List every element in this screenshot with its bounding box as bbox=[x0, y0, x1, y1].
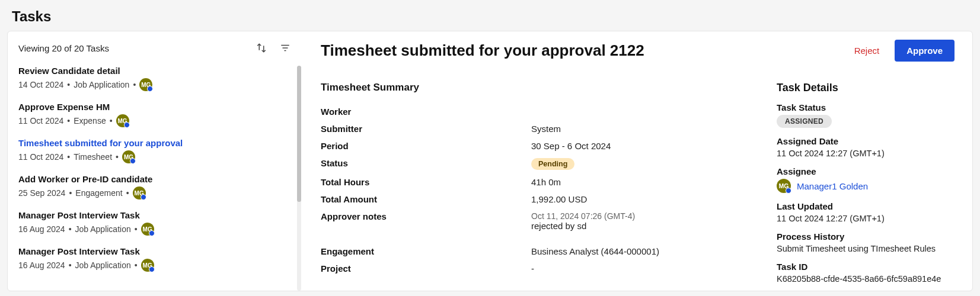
approver-notes-text: rejected by sd bbox=[531, 221, 635, 231]
tasks-card: Viewing 20 of 20 Tasks Review Candidate … bbox=[7, 31, 973, 291]
last-updated-value: 11 Oct 2024 12:27 (GMT+1) bbox=[777, 214, 955, 223]
task-item[interactable]: Timesheet submitted for your approval11 … bbox=[18, 133, 292, 169]
page-title: Tasks bbox=[0, 0, 980, 31]
separator-dot: • bbox=[69, 260, 72, 270]
task-details-heading: Task Details bbox=[777, 82, 955, 94]
separator-dot: • bbox=[69, 224, 72, 234]
task-list-header: Viewing 20 of 20 Tasks bbox=[18, 42, 298, 54]
task-list-icons bbox=[256, 42, 291, 54]
assigned-date-label: Assigned Date bbox=[777, 136, 955, 146]
submitter-value: System bbox=[531, 124, 561, 134]
scrollbar[interactable] bbox=[297, 66, 301, 291]
task-item-title: Approve Expense HM bbox=[18, 102, 292, 112]
reject-button[interactable]: Reject bbox=[848, 41, 886, 60]
task-item-title: Manager Post Interview Task bbox=[18, 246, 292, 256]
task-item-avatar: MG bbox=[141, 259, 154, 272]
task-details-sidebar: Task Details Task Status ASSIGNED Assign… bbox=[777, 82, 955, 291]
separator-dot: • bbox=[67, 116, 70, 126]
separator-dot: • bbox=[67, 80, 70, 89]
task-item-title: Timesheet submitted for your approval bbox=[18, 138, 292, 148]
row-engagement: Engagement Business Analyst (4644-000001… bbox=[321, 246, 753, 256]
task-item[interactable]: Review Candidate detail14 Oct 2024•Job A… bbox=[18, 61, 292, 97]
separator-dot: • bbox=[135, 224, 138, 234]
task-item-title: Manager Post Interview Task bbox=[18, 210, 292, 220]
assignee-avatar: MG bbox=[777, 179, 791, 193]
task-item-avatar: MG bbox=[116, 114, 129, 127]
filter-icon[interactable] bbox=[279, 42, 291, 54]
separator-dot: • bbox=[133, 80, 136, 89]
row-worker: Worker bbox=[321, 107, 753, 117]
project-label: Project bbox=[321, 263, 531, 274]
assigned-date-value: 11 Oct 2024 12:27 (GMT+1) bbox=[777, 149, 955, 158]
engagement-link[interactable]: Business Analyst (4644-000001) bbox=[531, 246, 659, 256]
detail-process-history: Process History Submit Timesheet using T… bbox=[777, 231, 955, 253]
task-item-date: 25 Sep 2024 bbox=[18, 188, 65, 198]
worker-label: Worker bbox=[321, 107, 531, 117]
task-item-category: Job Application bbox=[75, 224, 131, 234]
submitter-label: Submitter bbox=[321, 124, 531, 134]
process-history-label: Process History bbox=[777, 231, 955, 242]
detail-task-id: Task ID K68205b88-cfde-4535-8a66-6fc59a8… bbox=[777, 262, 955, 284]
task-item-meta: 16 Aug 2024•Job Application•MG bbox=[18, 259, 292, 272]
detail-assignee: Assignee MG Manager1 Golden bbox=[777, 166, 955, 193]
approver-notes-value: Oct 11, 2024 07:26 (GMT-4) rejected by s… bbox=[531, 211, 635, 231]
task-detail-header: Timesheet submitted for your approval 21… bbox=[321, 40, 955, 62]
period-value: 30 Sep - 6 Oct 2024 bbox=[531, 141, 611, 151]
sort-icon[interactable] bbox=[256, 42, 267, 54]
total-hours-label: Total Hours bbox=[321, 177, 531, 187]
assignee-row: MG Manager1 Golden bbox=[777, 179, 955, 193]
task-id-value: K68205b88-cfde-4535-8a66-6fc59a891e4e bbox=[777, 274, 955, 284]
task-item-date: 11 Oct 2024 bbox=[18, 152, 63, 162]
task-item[interactable]: Manager Post Interview Task16 Aug 2024•J… bbox=[18, 242, 292, 278]
task-item[interactable]: Approve Expense HM11 Oct 2024•Expense•MG bbox=[18, 97, 292, 133]
task-item-date: 11 Oct 2024 bbox=[18, 116, 63, 126]
task-item-meta: 11 Oct 2024•Expense•MG bbox=[18, 114, 292, 127]
task-detail-title: Timesheet submitted for your approval 21… bbox=[321, 41, 644, 60]
approve-button[interactable]: Approve bbox=[895, 40, 955, 62]
row-approver-notes: Approver notes Oct 11, 2024 07:26 (GMT-4… bbox=[321, 211, 753, 231]
detail-task-status: Task Status ASSIGNED bbox=[777, 102, 955, 128]
task-item[interactable]: Add Worker or Pre-ID candidate25 Sep 202… bbox=[18, 169, 292, 205]
task-item-avatar: MG bbox=[139, 78, 152, 91]
task-item-category: Expense bbox=[74, 116, 106, 126]
task-actions: Reject Approve bbox=[848, 40, 955, 62]
task-item-category: Job Application bbox=[74, 80, 129, 89]
row-status: Status Pending bbox=[321, 158, 753, 170]
total-hours-value: 41h 0m bbox=[531, 177, 561, 187]
separator-dot: • bbox=[126, 188, 129, 198]
task-item-date: 16 Aug 2024 bbox=[18, 224, 65, 234]
row-period: Period 30 Sep - 6 Oct 2024 bbox=[321, 141, 753, 151]
status-label: Status bbox=[321, 158, 531, 168]
task-item-meta: 25 Sep 2024•Engagement•MG bbox=[18, 186, 292, 200]
task-status-label: Task Status bbox=[777, 102, 955, 112]
viewing-count: Viewing 20 of 20 Tasks bbox=[18, 43, 109, 53]
task-detail-panel: Timesheet submitted for your approval 21… bbox=[303, 31, 972, 291]
task-item-meta: 11 Oct 2024•Timesheet•MG bbox=[18, 150, 292, 163]
approver-notes-label: Approver notes bbox=[321, 211, 531, 221]
approver-notes-date: Oct 11, 2024 07:26 (GMT-4) bbox=[531, 211, 635, 221]
task-item-avatar: MG bbox=[141, 223, 154, 236]
total-amount-label: Total Amount bbox=[321, 194, 531, 204]
period-label: Period bbox=[321, 141, 531, 151]
detail-last-updated: Last Updated 11 Oct 2024 12:27 (GMT+1) bbox=[777, 201, 955, 223]
process-history-link[interactable]: Submit Timesheet using TImesheet Rules bbox=[777, 244, 955, 253]
row-total-hours: Total Hours 41h 0m bbox=[321, 177, 753, 187]
scrollbar-thumb[interactable] bbox=[297, 66, 301, 202]
separator-dot: • bbox=[116, 152, 119, 162]
task-id-label: Task ID bbox=[777, 262, 955, 272]
task-list-panel: Viewing 20 of 20 Tasks Review Candidate … bbox=[8, 31, 303, 291]
task-item-date: 16 Aug 2024 bbox=[18, 260, 65, 270]
engagement-label: Engagement bbox=[321, 246, 531, 256]
task-item-category: Engagement bbox=[75, 188, 122, 198]
task-content-row: Timesheet Summary Worker Submitter Syste… bbox=[321, 82, 955, 291]
task-item-title: Add Worker or Pre-ID candidate bbox=[18, 174, 292, 184]
task-item-category: Job Application bbox=[75, 260, 131, 270]
separator-dot: • bbox=[67, 152, 70, 162]
total-amount-value: 1,992.00 USD bbox=[531, 194, 587, 204]
assignee-link[interactable]: Manager1 Golden bbox=[797, 181, 868, 191]
status-badge-assigned: ASSIGNED bbox=[777, 115, 832, 128]
separator-dot: • bbox=[69, 188, 72, 198]
assignee-label: Assignee bbox=[777, 166, 955, 176]
separator-dot: • bbox=[110, 116, 113, 126]
task-item[interactable]: Manager Post Interview Task16 Aug 2024•J… bbox=[18, 205, 292, 242]
